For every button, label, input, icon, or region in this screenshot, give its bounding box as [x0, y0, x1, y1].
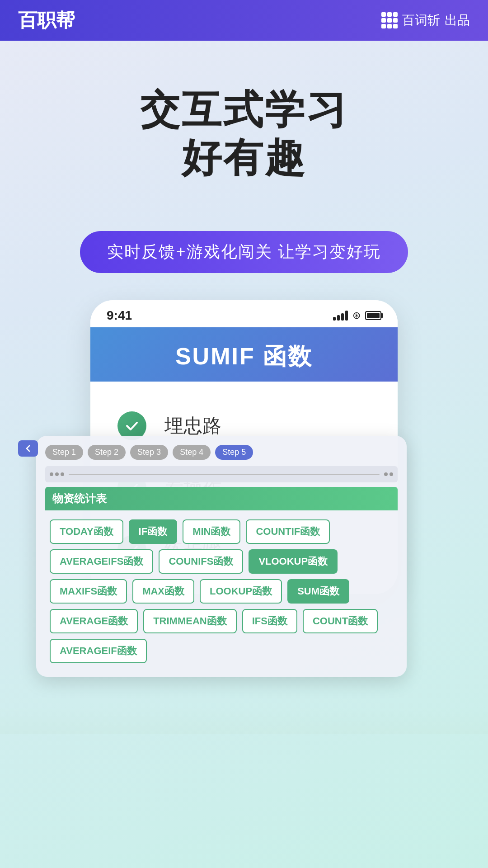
phone-banner: SUMIF 函数 [90, 327, 398, 382]
tag-AVERAGEIFS函数[interactable]: AVERAGEIFS函数 [50, 549, 153, 574]
toolbar-dot-1 [50, 472, 53, 476]
step-2[interactable]: Step 2 [88, 445, 126, 460]
toolbar-dot-3 [61, 472, 64, 476]
status-time: 9:41 [107, 308, 132, 323]
status-icons: ⊛ [333, 310, 381, 321]
battery-icon [365, 311, 381, 320]
brand-icon-label: 百词斩 [402, 12, 440, 29]
tag-IFS函数[interactable]: IFS函数 [242, 609, 297, 633]
tag-MIN函数[interactable]: MIN函数 [183, 519, 240, 544]
tag-COUNT函数[interactable]: COUNT函数 [303, 609, 378, 633]
tag-TODAY函数[interactable]: TODAY函数 [50, 519, 123, 544]
tag-IF函数[interactable]: IF函数 [129, 519, 178, 544]
steps-row: Step 1 Step 2 Step 3 Step 4 Step 5 [45, 445, 398, 460]
toolbar-dot-5 [389, 472, 393, 476]
tag-MAXIFS函数[interactable]: MAXIFS函数 [50, 579, 127, 604]
check-label-1: 埋忠路 [164, 413, 221, 439]
tag-AVERAGEIF函数[interactable]: AVERAGEIF函数 [50, 639, 147, 663]
step-3[interactable]: Step 3 [130, 445, 168, 460]
brand-info: 百词斩 出品 [381, 12, 470, 29]
step-5[interactable]: Step 5 [215, 445, 253, 460]
hero-title: 交互式学习 好有趣 [18, 86, 470, 181]
bottom-fade [0, 707, 488, 734]
tag-LOOKUP函数[interactable]: LOOKUP函数 [200, 579, 282, 604]
step-4[interactable]: Step 4 [173, 445, 211, 460]
phone-banner-text: SUMIF 函数 [104, 341, 384, 373]
signal-icon [333, 311, 348, 321]
status-bar: 9:41 ⊛ [90, 300, 398, 327]
brand-grid-icon [381, 12, 398, 28]
badge-row: 实时反馈+游戏化闯关 让学习变好玩 [0, 231, 488, 273]
mini-toolbar [45, 466, 398, 482]
tag-SUM函数[interactable]: SUM函数 [287, 579, 349, 604]
tag-AVERAGE函数[interactable]: AVERAGE函数 [50, 609, 138, 633]
back-arrow-button[interactable] [18, 440, 38, 457]
brand-suffix: 出品 [445, 12, 470, 29]
phone-section: 9:41 ⊛ SUMIF 函数 [0, 300, 488, 707]
tags-area: TODAY函数 IF函数 MIN函数 COUNTIF函数 AVERAGEIFS函… [45, 515, 398, 668]
toolbar-dot-4 [384, 472, 388, 476]
app-header: 百职帮 百词斩 出品 [0, 0, 488, 41]
tag-VLOOKUP函数[interactable]: VLOOKUP函数 [249, 549, 338, 574]
tag-TRIMMEAN函数[interactable]: TRIMMEAN函数 [143, 609, 237, 633]
tag-COUNIFS函数[interactable]: COUNIFS函数 [159, 549, 243, 574]
toolbar-dot-2 [55, 472, 59, 476]
overlay-card: Step 1 Step 2 Step 3 Step 4 Step 5 物资统计表… [36, 436, 407, 677]
app-logo: 百职帮 [18, 8, 75, 33]
tag-COUNTIF函数[interactable]: COUNTIF函数 [246, 519, 330, 544]
wifi-icon: ⊛ [352, 310, 361, 321]
step-1[interactable]: Step 1 [45, 445, 83, 460]
feature-badge: 实时反馈+游戏化闯关 让学习变好玩 [80, 231, 408, 273]
hero-section: 交互式学习 好有趣 [0, 41, 488, 208]
tag-MAX函数[interactable]: MAX函数 [132, 579, 194, 604]
sheet-header: 物资统计表 [45, 487, 398, 510]
